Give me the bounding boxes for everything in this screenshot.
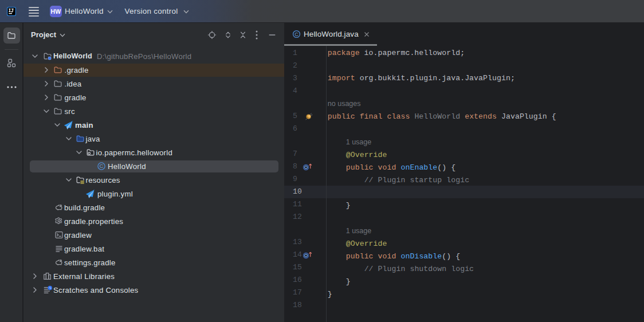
svg-text:C: C — [294, 32, 299, 37]
svg-text:C: C — [100, 163, 104, 169]
